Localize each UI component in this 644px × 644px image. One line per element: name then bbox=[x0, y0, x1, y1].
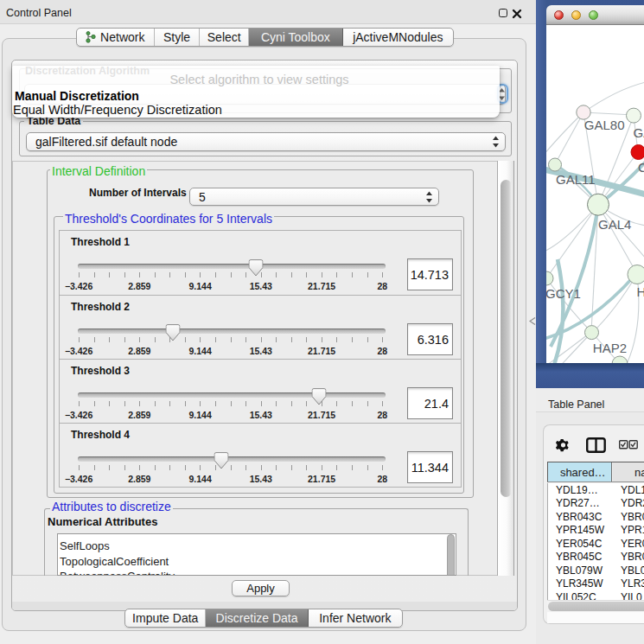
svg-text:GAL80: GAL80 bbox=[584, 118, 625, 132]
svg-text:H: H bbox=[637, 284, 644, 299]
svg-text:GCY1: GCY1 bbox=[546, 286, 581, 301]
svg-text:GAL4: GAL4 bbox=[598, 217, 631, 232]
svg-text:C: C bbox=[638, 160, 644, 175]
svg-text:GAL11: GAL11 bbox=[556, 172, 596, 187]
svg-text:GA: GA bbox=[634, 125, 644, 140]
svg-text:HAP2: HAP2 bbox=[593, 341, 627, 355]
